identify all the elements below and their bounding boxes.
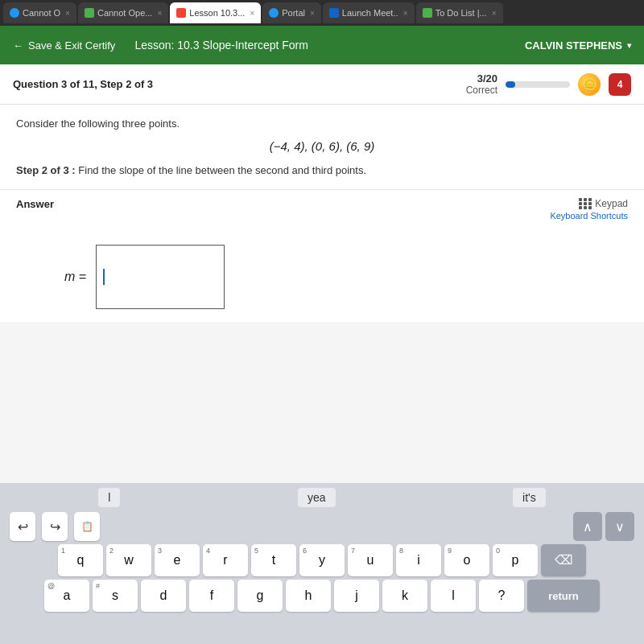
chevron-buttons: ∧ ∨ [573,512,634,541]
app-header: ← Save & Exit Certify Lesson: 10.3 Slope… [0,26,644,64]
user-dropdown-arrow-icon[interactable]: ▾ [627,41,631,50]
progress-label: Correct [466,85,497,96]
intro-text: Consider the following three points. [16,118,628,130]
chevron-down-button[interactable]: ∨ [605,512,634,541]
redo-button[interactable]: ↪ [42,512,68,541]
redo-icon: ↪ [50,519,60,535]
key-a[interactable]: @a [44,580,89,612]
svg-rect-1 [584,198,587,201]
back-label[interactable]: Save & Exit Certify [28,39,115,52]
answer-toolbar: Answer [16,198,628,221]
progress-fraction: 3/20 Correct [466,72,497,96]
user-info: CALVIN STEPHENS ▾ [525,39,631,52]
key-q[interactable]: 1q [58,544,103,576]
key-e[interactable]: 3e [155,544,200,576]
chevron-up-icon: ∧ [583,519,592,535]
step-text: Find the slope of the line between the s… [78,164,366,176]
progress-current: 3/20 [466,72,497,85]
chevron-down-icon: ∨ [615,519,625,535]
key-delete[interactable]: ⌫ [541,544,586,576]
keyboard-controls: ↩ ↪ 📋 ∧ ∨ [3,512,641,541]
key-l[interactable]: l [431,580,476,612]
answer-area: Answer [0,190,644,322]
back-arrow-icon: ← [13,39,23,52]
key-r[interactable]: 4r [203,544,248,576]
key-t[interactable]: 5t [251,544,296,576]
svg-rect-3 [579,202,582,205]
keyboard-suggestions: l yea it's [3,488,641,507]
text-cursor [103,269,105,285]
lesson-title: Lesson: 10.3 Slope-Intercept Form [134,39,525,52]
chevron-up-button[interactable]: ∧ [573,512,602,541]
toolbar-right: Keypad Keyboard Shortcuts [550,198,628,221]
key-w[interactable]: 2w [106,544,151,576]
step-instruction: Step 2 of 3 : Find the slope of the line… [16,164,628,176]
svg-rect-2 [588,198,592,201]
key-f[interactable]: f [189,580,234,612]
user-name: CALVIN STEPHENS [525,39,622,52]
key-return[interactable]: return [527,580,600,612]
tab-cannot1[interactable]: Cannot O × [3,2,76,23]
svg-rect-8 [588,206,592,209]
question-header: Question 3 of 11, Step 2 of 3 3/20 Corre… [0,64,644,105]
clipboard-icon: 📋 [81,521,93,532]
main-content: Question 3 of 11, Step 2 of 3 3/20 Corre… [0,64,644,483]
math-input-box[interactable] [96,245,225,309]
question-label: Question 3 of 11, Step 2 of 3 [13,78,153,90]
keypad-icon [579,198,592,209]
heart-count: 4 [617,79,623,90]
progress-bar-fill [506,81,515,88]
back-button[interactable]: ← Save & Exit Certify [13,39,115,52]
keyboard-ctrl-left: ↩ ↪ 📋 [10,512,100,541]
tab-bar: Cannot O × Cannot Ope... × Lesson 10.3..… [0,0,644,26]
tab-todo[interactable]: To Do List |... × [416,2,503,23]
progress-area: 3/20 Correct 🪙 4 [466,72,631,96]
tab-lesson[interactable]: Lesson 10.3... × [170,2,261,23]
keyboard-rows: 1q 2w 3e 4r 5t 6y 7u 8i 9o 0p ⌫ @a #s d … [3,544,641,612]
tab-portal[interactable]: Portal × [262,2,321,23]
suggestion-its[interactable]: it's [513,488,546,507]
key-s[interactable]: #s [93,580,138,612]
keypad-button[interactable]: Keypad [579,198,628,209]
keyboard-row-2: @a #s d f g h j k l ? return [5,580,639,612]
points-display: (−4, 4), (0, 6), (6, 9) [16,139,628,153]
keypad-label: Keypad [595,198,628,209]
svg-rect-6 [579,206,582,209]
answer-label: Answer [16,198,54,210]
svg-rect-5 [588,202,592,205]
virtual-keyboard: l yea it's ↩ ↪ 📋 ∧ ∨ 1q [0,483,644,644]
step-label: Step 2 of 3 : [16,164,76,176]
suggestion-l[interactable]: l [98,488,120,507]
key-k[interactable]: k [382,580,427,612]
progress-bar [506,81,570,88]
svg-rect-7 [584,206,587,209]
math-input-area: m = [16,245,628,309]
undo-button[interactable]: ↩ [10,512,35,541]
key-p[interactable]: 0p [493,544,538,576]
key-g[interactable]: g [237,580,283,612]
tab-cannot2[interactable]: Cannot Ope... × [78,2,168,23]
m-equals-label: m = [64,270,86,284]
svg-rect-0 [579,198,582,201]
key-d[interactable]: d [141,580,186,612]
svg-rect-4 [584,202,587,205]
key-i[interactable]: 8i [396,544,441,576]
suggestion-yea[interactable]: yea [298,488,336,507]
clipboard-button[interactable]: 📋 [74,512,100,541]
keyboard-row-1: 1q 2w 3e 4r 5t 6y 7u 8i 9o 0p ⌫ [5,544,639,576]
tab-meet[interactable]: Launch Meet... × [323,2,415,23]
key-j[interactable]: j [334,580,379,612]
key-h[interactable]: h [286,580,331,612]
heart-badge: 4 [609,73,631,96]
keyboard-shortcuts-link[interactable]: Keyboard Shortcuts [550,211,628,221]
key-y[interactable]: 6y [299,544,345,576]
key-question[interactable]: ? [479,580,524,612]
key-o[interactable]: 9o [444,544,489,576]
question-body: Consider the following three points. (−4… [0,105,644,190]
key-u[interactable]: 7u [348,544,393,576]
coin-icon: 🪙 [578,73,601,96]
undo-icon: ↩ [18,519,28,535]
